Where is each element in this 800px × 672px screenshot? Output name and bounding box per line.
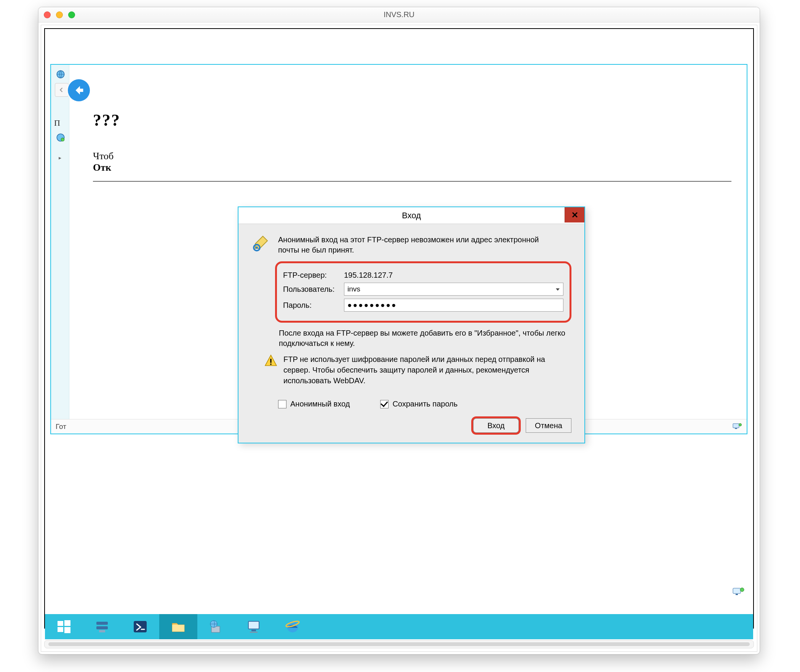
content-line-2: Отк [93, 162, 731, 173]
content-heading: ??? [93, 110, 731, 130]
checkbox-checked-icon [380, 400, 389, 408]
mac-titlebar[interactable]: INVS.RU [38, 7, 760, 22]
server-label: FTP-сервер: [283, 271, 344, 280]
svg-rect-21 [172, 625, 184, 632]
svg-rect-24 [248, 621, 259, 629]
svg-rect-25 [251, 630, 256, 631]
password-row: Пароль: ●●●●●●●●● [283, 299, 563, 312]
password-input[interactable]: ●●●●●●●●● [344, 299, 563, 312]
svg-rect-15 [58, 627, 63, 632]
login-button[interactable]: Вход [473, 418, 519, 433]
remote-desktop-area: П ▸ ??? Чтоб Отк Гот [41, 25, 757, 652]
svg-rect-17 [96, 622, 108, 625]
dialog-body: Анонимный вход на этот FTP-сервер невозм… [238, 224, 584, 443]
status-text: Гот [56, 422, 66, 431]
svg-rect-11 [736, 594, 738, 595]
svg-point-5 [739, 423, 742, 426]
tree-expand-icon[interactable]: ▸ [59, 155, 65, 161]
svg-rect-26 [250, 632, 258, 633]
dialog-warning-text: FTP не использует шифрование паролей или… [283, 354, 558, 386]
mac-minimize-icon[interactable] [56, 11, 63, 18]
globe-location-icon [56, 133, 66, 142]
taskbar-system[interactable] [235, 614, 274, 639]
taskbar-iis-manager[interactable] [197, 614, 235, 639]
svg-rect-18 [96, 626, 108, 629]
taskbar-start-button[interactable] [45, 614, 83, 639]
taskbar-powershell[interactable] [121, 614, 159, 639]
horizontal-scrollbar[interactable] [44, 640, 754, 648]
content-line-1: Чтоб [93, 150, 731, 162]
mac-traffic-lights [44, 11, 75, 18]
user-combobox[interactable]: invs [344, 283, 563, 296]
checkbox-icon [278, 400, 286, 408]
svg-rect-16 [64, 627, 70, 633]
explorer-left-panel: П ▸ [51, 65, 69, 434]
svg-rect-10 [733, 588, 741, 594]
anonymous-label: Анонимный вход [290, 400, 350, 408]
svg-rect-13 [58, 621, 63, 626]
dialog-intro-text: Анонимный вход на этот FTP-сервер невозм… [278, 235, 560, 255]
internet-explorer-icon [285, 619, 301, 635]
taskbar-internet-explorer[interactable] [274, 614, 312, 639]
windows-start-icon [56, 619, 72, 635]
globe-ftp-icon [56, 69, 66, 79]
close-button[interactable] [565, 207, 584, 222]
user-value: invs [347, 285, 360, 293]
warning-icon [264, 354, 277, 367]
mac-window-title: INVS.RU [384, 10, 414, 19]
chevron-down-icon [555, 286, 561, 292]
svg-rect-14 [64, 620, 70, 626]
explorer-content: ??? Чтоб Отк [93, 110, 731, 182]
svg-rect-4 [735, 428, 737, 429]
taskbar-server-manager[interactable] [83, 614, 121, 639]
remote-frame: П ▸ ??? Чтоб Отк Гот [44, 28, 754, 629]
folder-icon [170, 619, 186, 635]
cancel-button[interactable]: Отмена [526, 418, 571, 433]
computer-icon [246, 619, 262, 635]
dialog-titlebar[interactable]: Вход [238, 207, 584, 224]
svg-rect-8 [270, 359, 271, 363]
save-password-checkbox[interactable]: Сохранить пароль [380, 400, 458, 408]
credentials-highlight: FTP-сервер: 195.128.127.7 Пользователь: … [275, 261, 571, 323]
svg-rect-3 [733, 424, 739, 428]
nav-back-button[interactable] [68, 79, 90, 101]
toolbar-tab-partial: П [54, 118, 60, 128]
taskbar [45, 614, 753, 639]
password-masked: ●●●●●●●●● [347, 301, 397, 309]
dialog-note-text: После входа на FTP-сервер вы можете доба… [279, 328, 571, 349]
server-row: FTP-сервер: 195.128.127.7 [283, 271, 563, 280]
close-icon [571, 211, 578, 218]
password-label: Пароль: [283, 301, 344, 310]
svg-point-2 [61, 138, 64, 141]
svg-rect-19 [99, 630, 105, 632]
svg-point-12 [740, 588, 744, 592]
computer-network-icon [732, 422, 742, 431]
dialog-title: Вход [402, 211, 421, 221]
server-manager-icon [94, 619, 110, 635]
svg-point-7 [256, 246, 258, 249]
mac-close-icon[interactable] [44, 11, 51, 18]
nav-back-disabled-icon [55, 83, 69, 97]
mac-zoom-icon[interactable] [68, 11, 75, 18]
network-status-icon [732, 587, 745, 598]
taskbar-file-explorer[interactable] [159, 614, 197, 639]
ftp-login-dialog: Вход Анонимный в [238, 206, 585, 443]
save-password-label: Сохранить пароль [392, 400, 458, 408]
powershell-icon [132, 619, 148, 635]
mac-window: INVS.RU П ▸ [38, 7, 760, 654]
status-right-icons [732, 422, 742, 431]
user-label: Пользователь: [283, 285, 344, 294]
anonymous-checkbox[interactable]: Анонимный вход [278, 400, 350, 408]
user-row: Пользователь: invs [283, 283, 563, 296]
svg-rect-9 [270, 364, 271, 365]
key-lock-icon [251, 235, 270, 253]
content-divider [93, 181, 731, 182]
server-value: 195.128.127.7 [344, 271, 393, 280]
server-globe-icon [208, 619, 224, 635]
